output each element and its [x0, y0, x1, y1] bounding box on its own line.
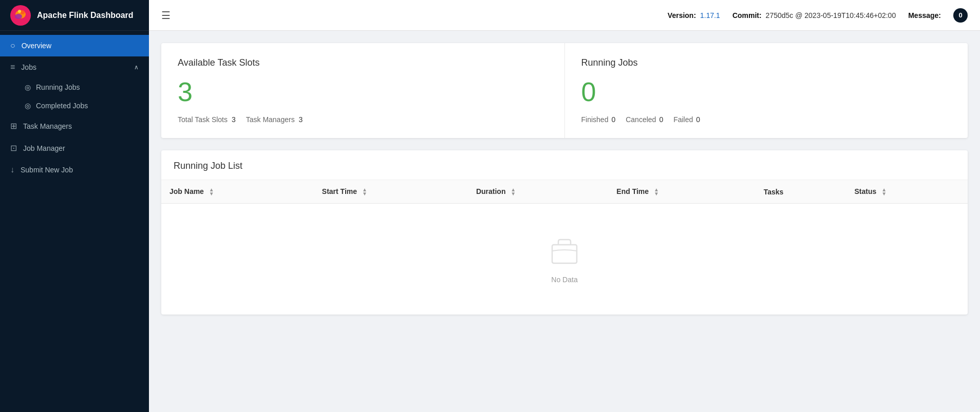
sidebar-item-label: Submit New Job	[21, 166, 139, 174]
running-job-list-panel: Running Job List Job Name ▲▼ Start Time …	[161, 150, 968, 315]
version-value: 1.17.1	[700, 11, 720, 19]
overview-icon: ○	[10, 41, 15, 50]
svg-point-2	[15, 14, 22, 19]
col-tasks: Tasks	[756, 180, 846, 204]
submit-job-icon: ↓	[10, 165, 14, 174]
col-status[interactable]: Status ▲▼	[846, 180, 968, 204]
running-jobs-card: Running Jobs 0 Finished 0 Canceled 0 Fai…	[565, 43, 968, 138]
sidebar-item-running-jobs[interactable]: ◎ Running Jobs	[0, 78, 149, 96]
col-tasks-label: Tasks	[764, 188, 784, 196]
available-task-slots-card: Available Task Slots 3 Total Task Slots …	[161, 43, 565, 138]
commit-label: Commit:	[732, 11, 762, 19]
commit-value: 2750d5c @ 2023-05-19T10:45:46+02:00	[766, 11, 896, 19]
available-task-slots-value: 3	[178, 79, 548, 105]
finished-value: 0	[611, 115, 615, 124]
total-task-slots-label: Total Task Slots	[178, 115, 228, 124]
running-jobs-footer: Finished 0 Canceled 0 Failed 0	[581, 115, 952, 124]
main-content: Available Task Slots 3 Total Task Slots …	[149, 31, 980, 412]
svg-rect-5	[552, 245, 577, 263]
sort-duration-icon: ▲▼	[511, 188, 516, 196]
running-jobs-icon: ◎	[25, 83, 31, 91]
total-task-slots-stat: Total Task Slots 3	[178, 115, 236, 124]
menu-toggle-icon[interactable]: ☰	[161, 9, 171, 22]
message-info: Message:	[908, 11, 941, 19]
message-badge[interactable]: 0	[953, 8, 968, 23]
col-duration-label: Duration	[476, 187, 506, 195]
sidebar-item-completed-jobs[interactable]: ◎ Completed Jobs	[0, 96, 149, 115]
running-job-list-title: Running Job List	[174, 161, 955, 171]
sidebar-item-task-managers[interactable]: ⊞ Task Managers	[0, 115, 149, 137]
running-jobs-value: 0	[581, 79, 952, 105]
no-data-container: No Data	[161, 204, 968, 315]
sidebar: Apache Flink Dashboard ○ Overview ≡ Jobs…	[0, 0, 149, 412]
version-label: Version:	[668, 11, 696, 19]
task-managers-value: 3	[299, 115, 303, 124]
sidebar-item-jobs[interactable]: ≡ Jobs ∧	[0, 56, 149, 78]
jobs-icon: ≡	[10, 63, 15, 72]
sort-start-time-icon: ▲▼	[362, 188, 367, 196]
finished-stat: Finished 0	[581, 115, 616, 124]
sidebar-sub-item-label: Running Jobs	[36, 83, 80, 91]
col-start-time-label: Start Time	[322, 187, 357, 195]
failed-value: 0	[696, 115, 700, 124]
commit-info: Commit: 2750d5c @ 2023-05-19T10:45:46+02…	[732, 11, 896, 19]
available-task-slots-title: Available Task Slots	[178, 57, 548, 68]
canceled-value: 0	[659, 115, 663, 124]
sort-end-time-icon: ▲▼	[654, 188, 659, 196]
sidebar-sub-item-label: Completed Jobs	[36, 102, 88, 110]
failed-label: Failed	[673, 115, 693, 124]
sidebar-item-label: Job Manager	[23, 144, 139, 152]
no-data-icon	[548, 234, 581, 267]
finished-label: Finished	[581, 115, 609, 124]
canceled-label: Canceled	[626, 115, 656, 124]
svg-point-4	[18, 10, 21, 13]
table-header-row: Job Name ▲▼ Start Time ▲▼ Duration ▲▼	[161, 180, 968, 204]
col-start-time[interactable]: Start Time ▲▼	[314, 180, 468, 204]
svg-point-3	[21, 10, 25, 14]
completed-jobs-icon: ◎	[25, 102, 31, 110]
col-duration[interactable]: Duration ▲▼	[468, 180, 608, 204]
available-task-slots-footer: Total Task Slots 3 Task Managers 3	[178, 115, 548, 124]
topbar: ☰ Version: 1.17.1 Commit: 2750d5c @ 2023…	[149, 0, 980, 31]
sort-status-icon: ▲▼	[881, 188, 887, 196]
panel-header: Running Job List	[161, 150, 968, 180]
task-managers-label: Task Managers	[246, 115, 295, 124]
sort-job-name-icon: ▲▼	[209, 188, 214, 196]
col-end-time[interactable]: End Time ▲▼	[608, 180, 755, 204]
col-job-name-label: Job Name	[169, 187, 204, 195]
chevron-up-icon: ∧	[134, 64, 139, 71]
flink-logo	[10, 5, 31, 26]
summary-cards: Available Task Slots 3 Total Task Slots …	[161, 43, 968, 138]
col-job-name[interactable]: Job Name ▲▼	[161, 180, 314, 204]
failed-stat: Failed 0	[673, 115, 700, 124]
sidebar-item-overview[interactable]: ○ Overview	[0, 35, 149, 56]
col-status-label: Status	[854, 187, 876, 195]
sidebar-item-label: Overview	[22, 42, 139, 50]
topbar-info: Version: 1.17.1 Commit: 2750d5c @ 2023-0…	[668, 8, 968, 23]
sidebar-item-label: Jobs	[21, 63, 134, 71]
main-wrapper: ☰ Version: 1.17.1 Commit: 2750d5c @ 2023…	[149, 0, 980, 412]
message-label: Message:	[908, 11, 941, 19]
job-manager-icon: ⊡	[10, 143, 17, 153]
total-task-slots-value: 3	[232, 115, 236, 124]
running-job-table: Job Name ▲▼ Start Time ▲▼ Duration ▲▼	[161, 180, 968, 204]
sidebar-item-label: Task Managers	[23, 122, 139, 130]
sidebar-header: Apache Flink Dashboard	[0, 0, 149, 31]
task-managers-icon: ⊞	[10, 121, 17, 131]
version-info: Version: 1.17.1	[668, 11, 720, 19]
canceled-stat: Canceled 0	[626, 115, 663, 124]
sidebar-item-job-manager[interactable]: ⊡ Job Manager	[0, 137, 149, 159]
task-managers-stat: Task Managers 3	[246, 115, 303, 124]
table-header: Job Name ▲▼ Start Time ▲▼ Duration ▲▼	[161, 180, 968, 204]
col-end-time-label: End Time	[616, 187, 649, 195]
no-data-text: No Data	[551, 276, 577, 284]
sidebar-navigation: ○ Overview ≡ Jobs ∧ ◎ Running Jobs ◎ Com…	[0, 31, 149, 185]
sidebar-title: Apache Flink Dashboard	[37, 11, 134, 20]
running-jobs-title: Running Jobs	[581, 57, 952, 68]
sidebar-item-submit-new-job[interactable]: ↓ Submit New Job	[0, 159, 149, 181]
